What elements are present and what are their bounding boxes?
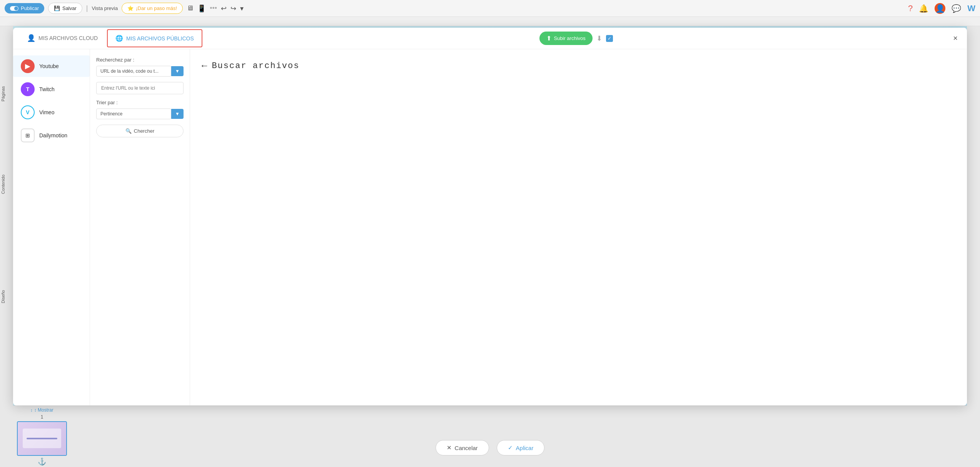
modal-dialog: 👤 MIS ARCHIVOS CLOUD 🌐 MIS ARCHIVOS PÚBL…: [13, 28, 967, 405]
toggle[interactable]: [10, 6, 18, 11]
subir-button[interactable]: ⬆ Subir archivos: [539, 32, 592, 45]
source-item-vimeo[interactable]: V Vimeo: [13, 102, 90, 123]
globe-icon: 🌐: [115, 35, 123, 42]
save-icon: 💾: [54, 5, 60, 11]
paso-mas-label: ¡Dar un paso más!: [136, 5, 177, 11]
monitor-icon[interactable]: 🖥: [187, 4, 194, 12]
twitch-label: Twitch: [39, 86, 55, 92]
collapse-icon[interactable]: ⬇: [596, 34, 602, 43]
brand-icon: W: [967, 3, 975, 13]
salvar-button[interactable]: 💾 Salvar: [48, 3, 82, 14]
aplicar-label: Aplicar: [516, 445, 534, 451]
chercher-button[interactable]: 🔍 Chercher: [96, 125, 184, 137]
sidebar-item-contenido[interactable]: Contenido: [0, 173, 8, 195]
subir-label: Subir archivos: [554, 35, 585, 41]
mostrar-icon: ↕: [30, 408, 33, 412]
sidebar-item-diseno[interactable]: Diseño: [0, 289, 8, 305]
header-right-buttons: ⬆ Subir archivos: [539, 32, 592, 45]
vimeo-label: Vimeo: [39, 109, 54, 115]
trier-label: Trier par :: [96, 100, 184, 105]
thumb-line: [27, 438, 58, 439]
toolbar-right: ? 🔔 👤 💬 W: [908, 3, 975, 14]
vimeo-icon: V: [21, 105, 35, 119]
bottom-actions: ✕ Cancelar ✓ Aplicar: [436, 440, 545, 455]
buscar-arrow-icon: ←: [202, 61, 208, 71]
redo-icon[interactable]: ↪: [230, 4, 236, 13]
thumb-content: [23, 429, 62, 449]
page-number: 1: [41, 414, 43, 420]
tab-publicos[interactable]: 🌐 MIS ARCHIVOS PÚBLICOS: [107, 29, 202, 47]
check-icon: ✓: [508, 444, 513, 451]
page-thumb[interactable]: [17, 421, 67, 456]
sort-arrow[interactable]: ▼: [171, 109, 184, 119]
search-row: URL de la vidéo, code ou t... ▼: [96, 66, 184, 77]
user-icon: 👤: [27, 34, 35, 42]
modal-top-controls: ⬇ ✓: [596, 34, 613, 43]
separator: |: [86, 4, 88, 12]
search-panel: Recherchez par : URL de la vidéo, code o…: [90, 49, 190, 405]
cancelar-button[interactable]: ✕ Cancelar: [436, 440, 489, 455]
dailymotion-label: Dailymotion: [39, 132, 67, 138]
notification-icon[interactable]: 🔔: [919, 4, 928, 13]
buscar-text: Buscar archivos: [212, 61, 299, 71]
mostrar-label[interactable]: ↕ ↕ Mostrar: [30, 407, 53, 413]
avatar-icon[interactable]: 👤: [935, 3, 945, 14]
buscar-archivos-title: ← Buscar archivos: [202, 61, 299, 71]
publicar-label: Publicar: [21, 5, 39, 11]
modal-close-button[interactable]: ×: [950, 32, 961, 44]
tab-cloud-label: MIS ARCHIVOS CLOUD: [38, 35, 98, 41]
cancelar-label: Cancelar: [455, 445, 478, 451]
aplicar-button[interactable]: ✓ Aplicar: [497, 440, 545, 455]
source-item-youtube[interactable]: ▶ Youtube: [13, 55, 90, 77]
search-icon: 🔍: [125, 128, 132, 134]
ruler: [0, 17, 980, 26]
youtube-label: Youtube: [39, 63, 59, 69]
upload-icon: ⬆: [546, 35, 551, 42]
anchor-icon: ⚓: [38, 457, 46, 466]
bottom-panel: ↕ ↕ Mostrar 1 ⚓: [13, 405, 967, 467]
source-item-dailymotion[interactable]: ⊞ Dailymotion: [13, 125, 90, 146]
undo-icon[interactable]: ↩: [221, 4, 227, 13]
publicar-button[interactable]: Publicar: [5, 3, 44, 13]
youtube-icon: ▶: [21, 59, 35, 73]
vista-previa-label: Vista previa: [92, 5, 118, 11]
url-select-arrow[interactable]: ▼: [171, 66, 184, 76]
dailymotion-icon: ⊞: [21, 128, 35, 142]
help-icon[interactable]: ?: [908, 3, 913, 13]
dots-separator: •••: [210, 4, 217, 12]
url-select[interactable]: URL de la vidéo, code ou t...: [96, 66, 171, 77]
sources-list: ▶ Youtube T Twitch V Vimeo ⊞ Dailymotion: [13, 49, 90, 405]
content-area: ← Buscar archivos: [190, 49, 967, 405]
checkbox-control[interactable]: ✓: [606, 35, 613, 42]
sort-select[interactable]: Pertinence: [96, 108, 171, 119]
modal-header: 👤 MIS ARCHIVOS CLOUD 🌐 MIS ARCHIVOS PÚBL…: [13, 28, 967, 49]
paso-mas-button[interactable]: ⭐ ¡Dar un paso más!: [122, 3, 183, 14]
chercher-label: Chercher: [134, 128, 154, 134]
sort-row: Pertinence ▼: [96, 108, 184, 119]
cancel-icon: ✕: [447, 444, 452, 451]
star-icon: ⭐: [127, 5, 134, 11]
chat-icon[interactable]: 💬: [952, 4, 961, 13]
search-input[interactable]: [96, 82, 184, 94]
sidebar-item-paginas[interactable]: Páginas: [0, 85, 8, 103]
source-item-twitch[interactable]: T Twitch: [13, 78, 90, 100]
tab-publicos-label: MIS ARCHIVOS PÚBLICOS: [126, 35, 194, 42]
page-thumbnail-container: ↕ ↕ Mostrar 1 ⚓: [17, 407, 67, 466]
recherchez-label: Recherchez par :: [96, 57, 184, 63]
tab-cloud[interactable]: 👤 MIS ARCHIVOS CLOUD: [19, 28, 105, 48]
tablet-icon[interactable]: 📱: [197, 4, 206, 13]
page-thumb-inner: [18, 422, 66, 455]
dropdown-icon[interactable]: ▾: [240, 4, 244, 13]
salvar-label: Salvar: [62, 5, 77, 11]
toolbar: Publicar 💾 Salvar | Vista previa ⭐ ¡Dar …: [0, 0, 980, 17]
modal-body: ▶ Youtube T Twitch V Vimeo ⊞ Dailymotion…: [13, 49, 967, 405]
twitch-icon: T: [21, 82, 35, 96]
